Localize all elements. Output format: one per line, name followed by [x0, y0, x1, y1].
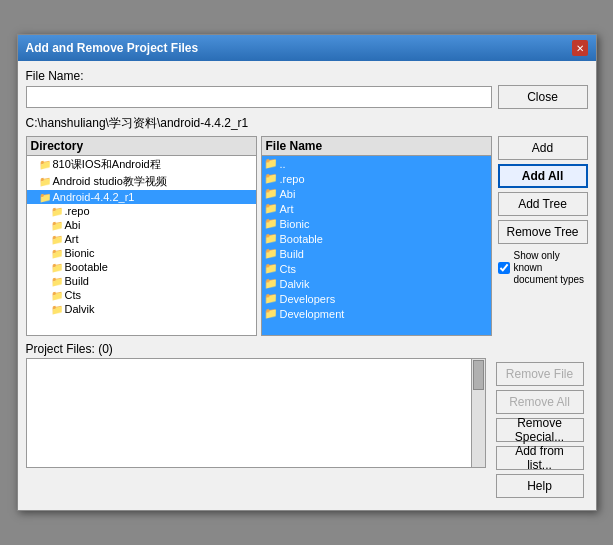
- file-list-item[interactable]: 📁 .repo: [262, 171, 491, 186]
- file-item-label: Abi: [280, 188, 296, 200]
- folder-icon: 📁: [264, 217, 278, 230]
- title-bar: Add and Remove Project Files ✕: [18, 35, 596, 61]
- project-files-label: Project Files: (0): [26, 342, 588, 356]
- add-from-list-button[interactable]: Add from list...: [496, 446, 584, 470]
- folder-icon: 📁: [264, 232, 278, 245]
- project-area: Remove File Remove All Remove Special...…: [26, 358, 588, 502]
- tree-item[interactable]: 📁 Bionic: [27, 246, 256, 260]
- file-item-label: Development: [280, 308, 345, 320]
- remove-special-button[interactable]: Remove Special...: [496, 418, 584, 442]
- file-name-panel: File Name 📁 .. 📁 .repo 📁 Abi: [261, 136, 492, 336]
- close-button[interactable]: Close: [498, 85, 588, 109]
- folder-icon: 📁: [51, 304, 63, 315]
- directory-panel-header: Directory: [27, 137, 256, 156]
- add-all-button[interactable]: Add All: [498, 164, 588, 188]
- dialog-title: Add and Remove Project Files: [26, 41, 199, 55]
- folder-icon: 📁: [264, 202, 278, 215]
- folder-icon: 📁: [39, 159, 51, 170]
- show-only-known-label: Show only known document types: [514, 250, 588, 286]
- file-list-item[interactable]: 📁 ..: [262, 156, 491, 171]
- close-icon-button[interactable]: ✕: [572, 40, 588, 56]
- file-name-input[interactable]: [26, 86, 492, 108]
- tree-item[interactable]: 📁 810课IOS和Android程: [27, 156, 256, 173]
- project-scrollbar[interactable]: [471, 359, 485, 467]
- tree-item[interactable]: 📁 Android studio教学视频: [27, 173, 256, 190]
- tree-item-label: Android studio教学视频: [53, 174, 167, 189]
- folder-icon: 📁: [264, 157, 278, 170]
- tree-item[interactable]: 📁 Cts: [27, 288, 256, 302]
- tree-item-label: Abi: [65, 219, 81, 231]
- remove-file-button[interactable]: Remove File: [496, 362, 584, 386]
- tree-item[interactable]: 📁 Art: [27, 232, 256, 246]
- folder-icon: 📁: [51, 290, 63, 301]
- add-button[interactable]: Add: [498, 136, 588, 160]
- dialog: Add and Remove Project Files ✕ File Name…: [17, 34, 597, 511]
- file-list-item[interactable]: 📁 Bionic: [262, 216, 491, 231]
- directory-panel-content[interactable]: 📁 810课IOS和Android程 📁 Android studio教学视频 …: [27, 156, 256, 335]
- folder-icon: 📁: [264, 247, 278, 260]
- folder-icon: 📁: [51, 220, 63, 231]
- directory-panel: Directory 📁 810课IOS和Android程 📁 Android s…: [26, 136, 257, 336]
- tree-item[interactable]: 📁 Abi: [27, 218, 256, 232]
- file-item-label: Build: [280, 248, 304, 260]
- add-tree-button[interactable]: Add Tree: [498, 192, 588, 216]
- file-item-label: Dalvik: [280, 278, 310, 290]
- tree-item[interactable]: 📁 Bootable: [27, 260, 256, 274]
- tree-item[interactable]: 📁 Build: [27, 274, 256, 288]
- tree-item-label: 810课IOS和Android程: [53, 157, 161, 172]
- file-list-item[interactable]: 📁 Build: [262, 246, 491, 261]
- help-button[interactable]: Help: [496, 474, 584, 498]
- file-list-item[interactable]: 📁 Art: [262, 201, 491, 216]
- project-section: Project Files: (0) Remove File Remove Al…: [26, 342, 588, 502]
- tree-item-label: Build: [65, 275, 89, 287]
- file-item-label: Developers: [280, 293, 336, 305]
- main-area: Directory 📁 810课IOS和Android程 📁 Android s…: [26, 136, 588, 336]
- project-panel: [26, 358, 486, 468]
- file-list-item[interactable]: 📁 Bootable: [262, 231, 491, 246]
- file-item-label: Cts: [280, 263, 297, 275]
- file-item-label: Art: [280, 203, 294, 215]
- file-item-label: Bionic: [280, 218, 310, 230]
- folder-icon: 📁: [264, 262, 278, 275]
- folder-icon: 📁: [264, 292, 278, 305]
- tree-item-label: Bootable: [65, 261, 108, 273]
- tree-item-label: Cts: [65, 289, 82, 301]
- tree-item[interactable]: 📁 .repo: [27, 204, 256, 218]
- folder-icon: 📁: [264, 187, 278, 200]
- folder-icon: 📁: [264, 307, 278, 320]
- file-item-label: Bootable: [280, 233, 323, 245]
- file-list-item[interactable]: 📁 Abi: [262, 186, 491, 201]
- path-label: C:\hanshuliang\学习资料\android-4.4.2_r1: [26, 115, 588, 132]
- tree-item[interactable]: 📁 Dalvik: [27, 302, 256, 316]
- file-list-item[interactable]: 📁 Developers: [262, 291, 491, 306]
- right-buttons: Add Add All Add Tree Remove Tree Show on…: [498, 136, 588, 336]
- folder-icon: 📁: [39, 176, 51, 187]
- tree-item-selected[interactable]: 📁 Android-4.4.2_r1: [27, 190, 256, 204]
- tree-item-label: Dalvik: [65, 303, 95, 315]
- remove-all-button[interactable]: Remove All: [496, 390, 584, 414]
- folder-icon: 📁: [51, 248, 63, 259]
- file-list-item[interactable]: 📁 Dalvik: [262, 276, 491, 291]
- file-name-panel-content[interactable]: 📁 .. 📁 .repo 📁 Abi 📁: [262, 156, 491, 335]
- tree-item-label: Bionic: [65, 247, 95, 259]
- scroll-thumb[interactable]: [473, 360, 484, 390]
- file-list-item[interactable]: 📁 Cts: [262, 261, 491, 276]
- folder-icon: 📁: [51, 206, 63, 217]
- show-only-known-checkbox[interactable]: [498, 262, 510, 274]
- remove-tree-button[interactable]: Remove Tree: [498, 220, 588, 244]
- tree-item-label: Android-4.4.2_r1: [53, 191, 135, 203]
- panels: Directory 📁 810课IOS和Android程 📁 Android s…: [26, 136, 492, 336]
- project-content[interactable]: [27, 359, 471, 467]
- folder-icon: 📁: [51, 262, 63, 273]
- show-only-known-row: Show only known document types: [498, 250, 588, 286]
- file-name-label: File Name:: [26, 69, 588, 83]
- folder-icon: 📁: [264, 277, 278, 290]
- file-list-item[interactable]: 📁 Development: [262, 306, 491, 321]
- folder-icon: 📁: [39, 192, 51, 203]
- folder-icon: 📁: [51, 234, 63, 245]
- file-name-panel-header: File Name: [262, 137, 491, 156]
- folder-icon: 📁: [51, 276, 63, 287]
- project-buttons: Remove File Remove All Remove Special...…: [492, 358, 588, 502]
- tree-item-label: Art: [65, 233, 79, 245]
- file-item-label: ..: [280, 158, 286, 170]
